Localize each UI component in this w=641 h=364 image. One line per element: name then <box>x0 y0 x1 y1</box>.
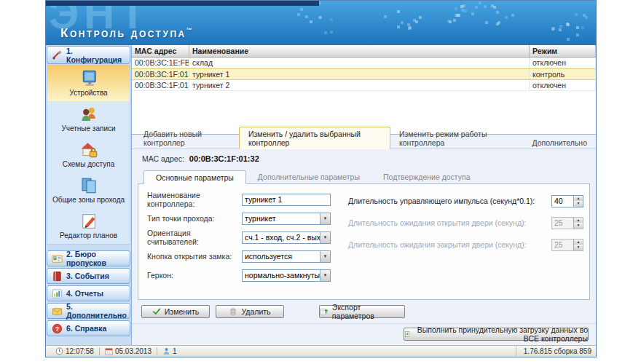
mac-address-label: МАС адрес: <box>142 154 184 163</box>
gerkon-label: Геркон: <box>147 271 242 280</box>
export-icon <box>320 307 329 316</box>
person-icon <box>162 347 170 355</box>
sidebar: 1. Конфигурация Устройства Учетные запис… <box>46 45 132 347</box>
status-bar: 12:07:58 05.03.2013 1 1.76.815 сборка 85… <box>46 345 596 357</box>
column-header-mac[interactable]: MAC адрес <box>132 45 189 57</box>
open-button-label: Кнопка открытия замка: <box>147 252 242 261</box>
tab-add-controller[interactable]: Добавить новый контроллер <box>135 127 239 149</box>
passage-type-select[interactable]: турникет▼ <box>242 213 331 225</box>
export-parameters-button[interactable]: Экспорт параметров <box>319 305 405 318</box>
sidebar-item-common-zones[interactable]: Общие зоны прохода <box>47 173 130 208</box>
status-time: 12:07:58 <box>50 346 99 357</box>
users-icon <box>80 106 98 123</box>
sidebar-item-plan-editor[interactable]: Редактор планов <box>47 208 130 244</box>
trademark-mark: ™ <box>186 27 192 33</box>
chevron-down-icon[interactable]: ▼ <box>320 270 330 281</box>
cell-name: турникет 2 <box>189 80 530 90</box>
sidebar-item-label: Учетные записи <box>61 124 115 132</box>
controller-name-label: Наименование контроллера: <box>147 191 242 208</box>
passage-type-label: Тип точки прохода: <box>147 214 242 223</box>
svg-text:?: ? <box>55 325 59 332</box>
spinner-down-icon: ▼ <box>574 245 583 250</box>
app-window: ЭНТ Контроль доступа™ 1. Конфигурация Ус… <box>45 0 597 357</box>
sidebar-section-configuration[interactable]: 1. Конфигурация <box>47 46 130 64</box>
sidebar-section-label: 2. Бюро пропусков <box>66 250 130 267</box>
form-left-column: Наименование контроллера: Тип точки прох… <box>147 190 338 285</box>
badge-icon <box>52 253 63 264</box>
pulse-duration-spinner[interactable]: 40▲▼ <box>551 195 583 207</box>
sidebar-item-label: Схемы доступа <box>63 160 115 168</box>
spinner-down-icon: ▼ <box>574 223 583 229</box>
cell-mac: 00:0B:3C:1F:01:1A <box>132 80 189 90</box>
reader-orientation-select[interactable]: сч.1 - вход, сч.2 - выход▼ <box>242 232 331 244</box>
subtab-access-confirmation[interactable]: Подтверждение доступа <box>371 170 482 183</box>
sidebar-item-label: Устройства <box>69 89 107 97</box>
app-title-text: Контроль доступа <box>60 26 186 40</box>
spinner-up-icon: ▲ <box>574 218 583 223</box>
events-book-icon <box>52 271 63 282</box>
tab-change-mode[interactable]: Изменить режим работы контроллера <box>390 127 523 149</box>
sidebar-section-label: 3. События <box>66 272 109 280</box>
cell-mode: отключен <box>530 58 596 68</box>
edit-button[interactable]: Изменить <box>141 305 210 318</box>
status-version: 1.76.815 сборка 859 <box>516 346 591 357</box>
subtab-additional-parameters[interactable]: Дополнительные параметры <box>246 170 371 183</box>
delete-button[interactable]: Удалить <box>216 305 284 318</box>
reader-orientation-label: Ориентация считывателей: <box>147 229 242 246</box>
sidebar-icon-panel: Устройства Учетные записи Схемы доступа … <box>47 65 130 245</box>
cell-name: склад <box>189 58 530 68</box>
house-lock-icon <box>80 141 98 159</box>
cell-mac: 00:0B:3C:1F:01:32 <box>132 69 189 79</box>
controller-name-input[interactable] <box>242 194 331 206</box>
sidebar-section-help[interactable]: ? 6. Справка <box>47 320 130 336</box>
subtab-main-parameters[interactable]: Основные параметры <box>143 170 246 184</box>
sidebar-section-label: 4. Отчеты <box>66 289 103 298</box>
force-load-row: Выполнить принудительную загрузку данных… <box>132 328 596 341</box>
pulse-duration-label: Длительность управляющего импульса (секу… <box>348 197 551 205</box>
sidebar-section-reports[interactable]: 4. Отчеты <box>47 285 130 301</box>
chevron-down-icon[interactable]: ▼ <box>320 251 330 262</box>
mac-address-line: МАС адрес: 00:0B:3C:1F:01:32 <box>132 149 596 169</box>
sidebar-item-label: Общие зоны прохода <box>52 196 125 204</box>
column-header-mode[interactable]: Режим <box>530 45 596 57</box>
sidebar-item-accounts[interactable]: Учетные записи <box>47 101 130 137</box>
sidebar-item-devices[interactable]: Устройства <box>47 66 130 101</box>
table-row-selected[interactable]: 00:0B:3C:1F:01:32 турникет 1 контроль <box>132 68 596 80</box>
chevron-down-icon[interactable]: ▼ <box>320 232 330 243</box>
chevron-down-icon[interactable]: ▼ <box>320 213 330 224</box>
open-wait-spinner: 25▲▼ <box>551 217 583 229</box>
mac-address-value: 00:0B:3C:1F:01:32 <box>189 154 259 163</box>
gerkon-select[interactable]: нормально-замкнутый▼ <box>242 269 331 282</box>
cell-mac: 00:0B:3C:1E:FB:F8 <box>132 58 189 68</box>
sidebar-item-access-schemes[interactable]: Схемы доступа <box>47 137 130 173</box>
app-title: Контроль доступа™ <box>60 26 192 41</box>
table-header-row: MAC адрес Наименование Режим <box>132 45 596 58</box>
force-load-button[interactable]: Выполнить принудительную загрузку данных… <box>404 328 589 341</box>
status-user-count: 1 <box>157 346 182 357</box>
titlebar-strip <box>46 1 319 6</box>
controller-tabs: Добавить новый контроллер Изменить / уда… <box>132 135 596 149</box>
trash-icon <box>229 307 237 316</box>
zones-pages-icon <box>80 177 98 194</box>
sidebar-section-label: 6. Справка <box>66 324 106 333</box>
open-button-select[interactable]: используется▼ <box>242 250 331 263</box>
sidebar-section-events[interactable]: 3. События <box>47 268 130 284</box>
cell-mode: отключен <box>530 80 596 90</box>
sidebar-section-label: 5. Дополнительно <box>66 302 130 320</box>
sidebar-section-additional[interactable]: 5. Дополнительно <box>47 303 130 319</box>
spinner-down-icon[interactable]: ▼ <box>574 201 583 207</box>
tools-icon <box>52 50 63 60</box>
form-right-column: Длительность управляющего импульса (секу… <box>348 190 583 256</box>
table-row[interactable]: 00:0B:3C:1E:FB:F8 склад отключен <box>132 58 596 68</box>
tab-edit-delete-controller[interactable]: Изменить / удалить выбранный контроллер <box>239 127 390 149</box>
reports-chart-icon <box>52 288 63 299</box>
close-wait-label: Длительность ожидания закрытия двери (се… <box>348 240 551 249</box>
sidebar-section-pass-bureau[interactable]: 2. Бюро пропусков <box>47 250 130 266</box>
cell-mode: контроль <box>530 69 596 79</box>
table-row[interactable]: 00:0B:3C:1F:01:1A турникет 2 отключен <box>132 80 596 91</box>
help-icon: ? <box>52 323 63 334</box>
close-wait-spinner: 25▲▼ <box>551 239 583 251</box>
column-header-name[interactable]: Наименование <box>189 45 530 57</box>
tab-additional[interactable]: Дополнительно <box>523 136 596 149</box>
spinner-up-icon[interactable]: ▲ <box>574 196 583 202</box>
